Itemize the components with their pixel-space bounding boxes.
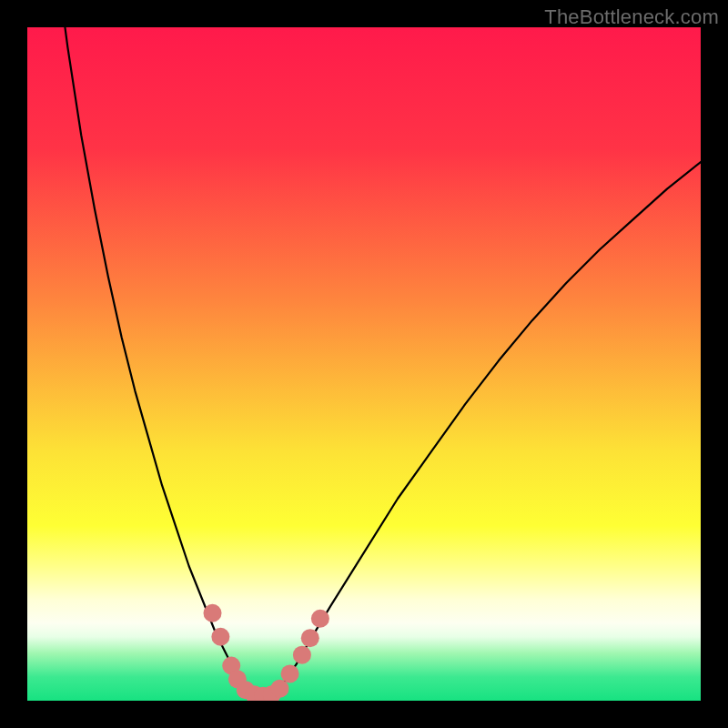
scatter-point	[204, 604, 222, 622]
chart-frame: TheBottleneck.com	[0, 0, 728, 728]
chart-svg	[27, 27, 701, 701]
scatter-point	[211, 628, 229, 646]
scatter-point	[311, 610, 329, 628]
scatter-point	[281, 664, 299, 682]
scatter-point	[293, 646, 311, 664]
scatter-point	[301, 629, 319, 647]
watermark-label: TheBottleneck.com	[544, 5, 719, 29]
scatter-point	[271, 680, 289, 698]
plot-area	[27, 27, 701, 701]
